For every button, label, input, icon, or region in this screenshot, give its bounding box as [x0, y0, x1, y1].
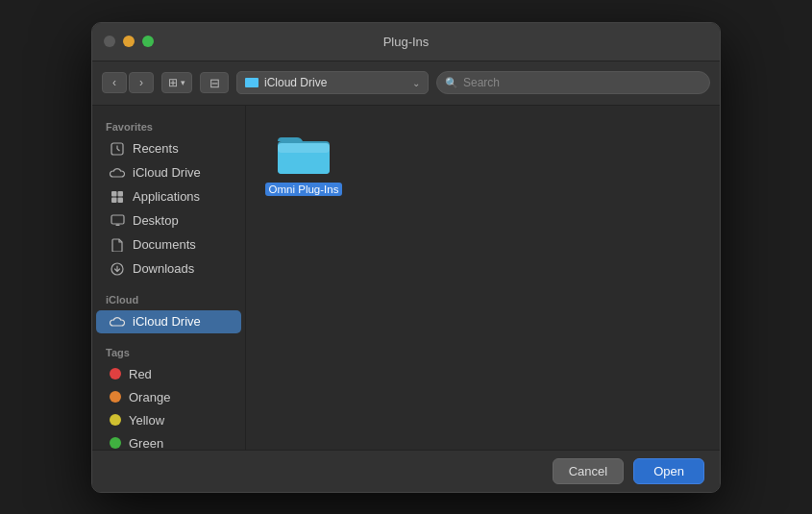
- titlebar: Plug-Ins: [92, 23, 720, 61]
- svg-rect-6: [118, 197, 124, 203]
- grid-icon: ⊞: [168, 76, 178, 89]
- red-tag-label: Red: [129, 367, 152, 381]
- open-button[interactable]: Open: [633, 458, 704, 484]
- sidebar-item-tag-green[interactable]: Green: [96, 432, 241, 450]
- downloads-icon: [110, 261, 125, 277]
- sidebar-item-tag-orange[interactable]: Orange: [96, 386, 241, 408]
- sidebar-item-downloads[interactable]: Downloads: [96, 257, 241, 281]
- sidebar-item-icloud-drive-main[interactable]: iCloud Drive: [96, 310, 241, 333]
- back-button[interactable]: ‹: [102, 72, 127, 93]
- folder-label: Omni Plug-Ins: [265, 183, 343, 196]
- chevron-down-icon: ▾: [181, 78, 185, 87]
- traffic-lights: [104, 36, 154, 47]
- svg-rect-4: [118, 191, 124, 197]
- toolbar: ‹ › ⊞ ▾ ⊟ iCloud Drive ⌄ 🔍 Search: [92, 61, 720, 106]
- sidebar: Favorites Recents iCloud Drive Applicati…: [92, 106, 246, 450]
- yellow-tag-label: Yellow: [129, 413, 164, 428]
- close-button[interactable]: [104, 36, 115, 47]
- location-bar[interactable]: iCloud Drive ⌄: [236, 71, 429, 94]
- applications-label: Applications: [133, 189, 200, 204]
- svg-rect-3: [111, 191, 117, 197]
- icloud-fav-icon: [110, 165, 125, 181]
- cancel-button[interactable]: Cancel: [553, 458, 624, 484]
- favorites-section-label: Favorites: [92, 115, 245, 136]
- svg-rect-5: [111, 197, 117, 203]
- finder-window: Plug-Ins ‹ › ⊞ ▾ ⊟ iCloud Drive ⌄ 🔍 Sear…: [91, 22, 721, 493]
- orange-tag-dot: [110, 391, 121, 403]
- icloud-main-icon: [110, 314, 125, 330]
- icloud-drive-fav-label: iCloud Drive: [133, 165, 201, 180]
- main-content: Omni Plug-Ins: [246, 106, 720, 450]
- folder-new-icon: ⊟: [209, 76, 220, 90]
- recents-label: Recents: [133, 141, 179, 156]
- green-tag-dot: [110, 437, 121, 449]
- maximize-button[interactable]: [142, 36, 154, 47]
- svg-rect-8: [115, 225, 119, 227]
- orange-tag-label: Orange: [129, 390, 170, 404]
- red-tag-dot: [110, 368, 121, 379]
- bottom-bar: Cancel Open: [92, 450, 720, 492]
- folder-icon-container: [273, 125, 334, 179]
- search-icon: 🔍: [445, 77, 458, 89]
- window-title: Plug-Ins: [383, 35, 430, 49]
- applications-icon: [110, 189, 125, 205]
- forward-button[interactable]: ›: [129, 72, 154, 93]
- view-toggle-button[interactable]: ⊞ ▾: [161, 72, 192, 93]
- minimize-button[interactable]: [123, 36, 135, 47]
- icloud-section-label: iCloud: [92, 288, 245, 309]
- location-text: iCloud Drive: [264, 76, 406, 89]
- downloads-label: Downloads: [133, 261, 194, 276]
- chevron-icon: ⌄: [412, 78, 420, 88]
- sidebar-item-tag-red[interactable]: Red: [96, 363, 241, 385]
- svg-rect-7: [111, 215, 124, 224]
- folder-omni-plug-ins[interactable]: Omni Plug-Ins: [265, 125, 342, 196]
- svg-rect-12: [278, 143, 330, 153]
- sidebar-item-tag-yellow[interactable]: Yellow: [96, 409, 241, 431]
- desktop-icon: [110, 213, 125, 229]
- desktop-label: Desktop: [133, 213, 179, 228]
- content-area: Favorites Recents iCloud Drive Applicati…: [92, 106, 720, 450]
- tags-section-label: Tags: [92, 341, 245, 362]
- nav-buttons: ‹ ›: [102, 72, 154, 93]
- yellow-tag-dot: [110, 414, 121, 426]
- svg-line-2: [117, 149, 120, 151]
- search-placeholder: Search: [463, 76, 500, 89]
- icloud-icon: [245, 78, 258, 87]
- documents-icon: [110, 237, 125, 253]
- sidebar-item-desktop[interactable]: Desktop: [96, 209, 241, 233]
- icloud-drive-main-label: iCloud Drive: [133, 314, 201, 329]
- folder-svg: [276, 128, 332, 176]
- green-tag-label: Green: [129, 436, 163, 450]
- recents-icon: [110, 141, 125, 157]
- search-bar[interactable]: 🔍 Search: [436, 71, 710, 94]
- sidebar-item-icloud-drive[interactable]: iCloud Drive: [96, 161, 241, 184]
- documents-label: Documents: [133, 237, 196, 252]
- sidebar-item-documents[interactable]: Documents: [96, 233, 241, 257]
- action-button[interactable]: ⊟: [200, 72, 229, 93]
- sidebar-item-recents[interactable]: Recents: [96, 137, 241, 160]
- sidebar-item-applications[interactable]: Applications: [96, 185, 241, 208]
